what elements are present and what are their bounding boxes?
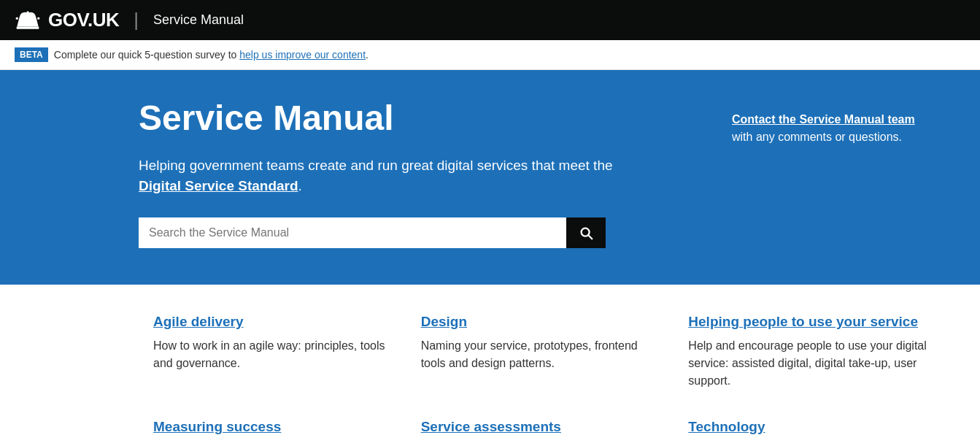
- header-divider: |: [134, 9, 139, 31]
- hero-subtitle-plain: Helping government teams create and run …: [139, 158, 613, 173]
- hero-section: Service Manual Helping government teams …: [0, 70, 980, 285]
- grid-item-design: Design Naming your service, prototypes, …: [421, 314, 660, 390]
- svg-point-3: [37, 17, 39, 19]
- grid-item-assessments: Service assessments Check if you need a …: [421, 419, 660, 443]
- search-icon: [578, 225, 594, 241]
- logo-container: GOV.UK | Service Manual: [15, 9, 244, 31]
- beta-survey-link[interactable]: help us improve our content: [239, 49, 366, 61]
- grid-item-helping-people: Helping people to use your service Help …: [688, 314, 927, 390]
- contact-team-link[interactable]: Contact the Service Manual team: [732, 113, 915, 126]
- grid-item-agile: Agile delivery How to work in an agile w…: [153, 314, 392, 390]
- search-input[interactable]: [139, 217, 566, 248]
- beta-text-end: .: [366, 49, 369, 61]
- contact-text-after: with any comments or questions.: [732, 131, 902, 143]
- agile-delivery-link[interactable]: Agile delivery: [153, 314, 392, 330]
- grid-item-technology: Technology Choosing technology, developm…: [688, 419, 927, 443]
- search-button[interactable]: [566, 217, 606, 248]
- svg-rect-0: [17, 26, 39, 28]
- beta-text-before: Complete our quick 5-question survey to: [54, 49, 239, 61]
- crown-icon: [15, 9, 41, 31]
- grid-item-measuring: Measuring success How to use data to imp…: [153, 419, 392, 443]
- beta-bar: BETA Complete our quick 5-question surve…: [0, 40, 980, 70]
- digital-service-standard-link[interactable]: Digital Service Standard: [139, 178, 298, 193]
- hero-subtitle-end: .: [298, 178, 302, 193]
- svg-point-1: [26, 11, 28, 13]
- contact-info: Contact the Service Manual team with any…: [732, 111, 936, 146]
- content-grid: Agile delivery How to work in an agile w…: [139, 285, 941, 443]
- design-desc: Naming your service, prototypes, fronten…: [421, 337, 660, 372]
- svg-point-2: [16, 17, 18, 19]
- search-container: [139, 217, 606, 248]
- header-service-manual-label: Service Manual: [153, 12, 244, 28]
- design-link[interactable]: Design: [421, 314, 660, 330]
- beta-badge: BETA: [15, 47, 48, 62]
- hero-right: Contact the Service Manual team with any…: [732, 107, 936, 248]
- main-content: Agile delivery How to work in an agile w…: [0, 285, 980, 443]
- helping-people-desc: Help and encourage people to use your di…: [688, 337, 927, 390]
- technology-link[interactable]: Technology: [688, 419, 927, 435]
- hero-subtitle: Helping government teams create and run …: [139, 155, 613, 197]
- gov-uk-label: GOV.UK: [48, 9, 119, 31]
- service-assessments-link[interactable]: Service assessments: [421, 419, 660, 435]
- measuring-success-link[interactable]: Measuring success: [153, 419, 392, 435]
- agile-delivery-desc: How to work in an agile way: principles,…: [153, 337, 392, 372]
- beta-message: Complete our quick 5-question survey to …: [54, 49, 369, 61]
- hero-title: Service Manual: [139, 99, 613, 138]
- helping-people-link[interactable]: Helping people to use your service: [688, 314, 927, 330]
- hero-left: Service Manual Helping government teams …: [139, 99, 613, 248]
- site-header: GOV.UK | Service Manual: [0, 0, 980, 40]
